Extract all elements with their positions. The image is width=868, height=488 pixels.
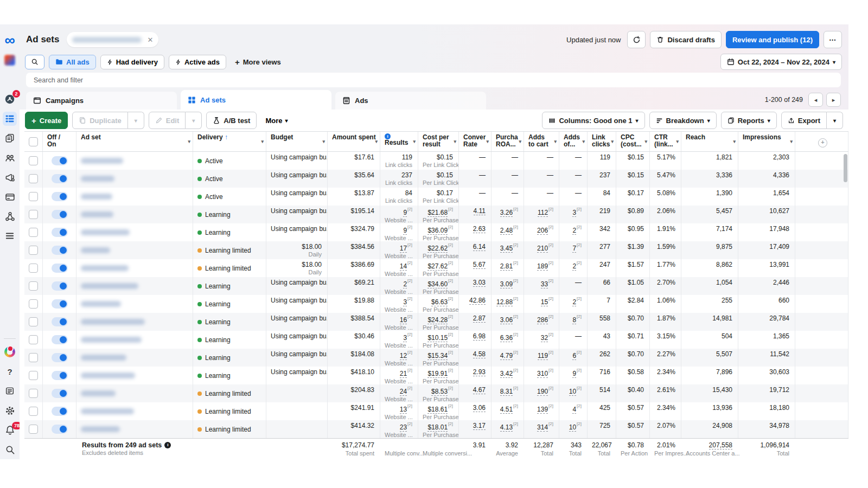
ad-set-name[interactable] [81, 426, 120, 432]
chevron-down-icon[interactable]: ▾ [322, 138, 325, 145]
discard-drafts-button[interactable]: Discard drafts [650, 31, 721, 48]
ad-set-toggle[interactable] [52, 264, 68, 273]
ad-set-name[interactable] [81, 176, 114, 182]
export-dropdown[interactable]: ▾ [827, 112, 843, 129]
review-and-publish-button[interactable]: Review and publish (12) [726, 31, 819, 48]
date-range-picker[interactable]: Oct 22, 2024 – Nov 22, 2024 ▾ [720, 54, 842, 70]
sidebar-item-advertise[interactable] [3, 170, 17, 184]
column-header-adds[interactable]: Addsof...▾ [559, 132, 588, 151]
breakdown-button[interactable]: Breakdown ▾ [649, 112, 717, 129]
ad-set-name[interactable] [81, 301, 121, 307]
column-header-cpc[interactable]: CPC(cost...▾ [616, 132, 650, 151]
chevron-down-icon[interactable]: ▾ [519, 138, 521, 145]
ad-set-toggle[interactable] [52, 210, 68, 219]
column-header-toggle[interactable]: Off /On [43, 132, 76, 151]
row-checkbox[interactable] [29, 407, 38, 416]
chevron-down-icon[interactable]: ▾ [790, 138, 793, 145]
notifications-bell-icon[interactable]: 78 [3, 423, 17, 437]
columns-button[interactable]: Columns: Good one 1 ▾ [542, 112, 644, 129]
prev-page-button[interactable]: ◂ [808, 93, 823, 107]
export-button[interactable]: Export [781, 112, 827, 129]
ad-set-name[interactable] [81, 194, 112, 200]
ad-set-toggle[interactable] [52, 389, 68, 398]
sidebar-item-campaigns[interactable] [3, 112, 17, 126]
chevron-down-icon[interactable]: ▾ [554, 138, 557, 145]
tab-campaigns[interactable]: Campaigns [26, 92, 177, 110]
sidebar-item-audiences[interactable] [3, 151, 17, 165]
row-checkbox[interactable] [29, 389, 38, 398]
ad-set-name[interactable] [81, 355, 126, 361]
ad-set-toggle[interactable] [52, 192, 68, 201]
chevron-down-icon[interactable]: ▾ [676, 138, 679, 145]
ad-set-toggle[interactable] [52, 407, 68, 416]
column-header-impr[interactable]: Impressions▾ [738, 132, 795, 151]
updates-icon[interactable] [3, 384, 17, 398]
row-checkbox[interactable] [29, 192, 38, 201]
chevron-down-icon[interactable]: ▾ [261, 138, 264, 145]
sidebar-item-billing[interactable] [3, 190, 17, 204]
column-header-reach[interactable]: Reach▾ [681, 132, 738, 151]
ad-set-toggle[interactable] [52, 299, 68, 309]
all-tools-icon[interactable] [3, 229, 17, 243]
ad-set-toggle[interactable] [52, 246, 68, 255]
ad-set-name[interactable] [81, 390, 116, 396]
row-checkbox[interactable] [29, 353, 38, 362]
column-header-delivery[interactable]: Delivery ↑▾ [193, 132, 266, 151]
ab-test-button[interactable]: A/B test [206, 112, 257, 129]
ad-set-name[interactable] [81, 408, 134, 414]
next-page-button[interactable]: ▸ [826, 93, 841, 107]
meta-logo-icon[interactable]: ∞ [3, 34, 17, 48]
chevron-down-icon[interactable]: ▾ [733, 138, 736, 145]
row-checkbox[interactable] [29, 264, 38, 273]
tab-ads[interactable]: Ads [335, 92, 486, 110]
chevron-down-icon[interactable]: ▾ [413, 138, 416, 145]
row-checkbox[interactable] [29, 371, 38, 380]
chevron-down-icon[interactable]: ▾ [486, 138, 489, 145]
ad-set-name[interactable] [81, 265, 129, 271]
search-button[interactable] [25, 55, 44, 69]
edit-dropdown[interactable]: ▾ [186, 112, 202, 129]
refresh-button[interactable] [627, 31, 646, 48]
row-checkbox[interactable] [29, 156, 38, 165]
column-header-budget[interactable]: Budget▾ [266, 132, 328, 151]
ad-set-toggle[interactable] [52, 228, 68, 237]
more-views-button[interactable]: + More views [231, 57, 285, 67]
sidebar-search-icon[interactable] [3, 442, 17, 457]
add-column-icon[interactable]: + [818, 138, 827, 147]
column-header-adset[interactable]: Ad set▾ [76, 132, 193, 151]
tab-ad-sets[interactable]: Ad sets [181, 90, 331, 110]
info-icon[interactable]: i [164, 442, 171, 448]
account-overview-icon[interactable]: 2 [3, 92, 17, 106]
ad-set-toggle[interactable] [52, 281, 68, 291]
ad-set-name[interactable] [81, 211, 113, 217]
column-header-roas[interactable]: PurchaROA...▾ [492, 132, 524, 151]
row-checkbox[interactable] [29, 174, 38, 183]
ad-set-name[interactable] [81, 337, 142, 343]
column-header-add[interactable]: + [795, 132, 848, 151]
row-checkbox[interactable] [29, 335, 38, 344]
row-checkbox[interactable] [29, 228, 38, 237]
more-options-button[interactable]: ⋯ [824, 31, 842, 48]
more-button[interactable]: More ▾ [261, 117, 292, 125]
help-icon[interactable]: ? [3, 364, 17, 378]
account-selector[interactable]: ✕ [67, 32, 158, 47]
view-chip-all-ads[interactable]: All ads [49, 55, 96, 69]
duplicate-button[interactable]: Duplicate [72, 112, 128, 129]
reports-button[interactable]: Reports ▾ [721, 112, 777, 129]
chevron-down-icon[interactable]: ▾ [644, 138, 647, 145]
account-avatar[interactable] [3, 53, 17, 67]
column-header-cost[interactable]: Cost perresult▾ [418, 132, 459, 151]
sidebar-item-events-manager[interactable] [3, 209, 17, 223]
row-checkbox[interactable] [29, 299, 38, 309]
view-chip-active-ads[interactable]: Active ads [169, 55, 226, 69]
edit-button[interactable]: Edit [149, 112, 186, 129]
column-header-cart[interactable]: Addsto cart▾ [524, 132, 559, 151]
column-header-spent[interactable]: Amount spent▾ [328, 132, 380, 151]
chevron-down-icon[interactable]: ▾ [454, 138, 456, 145]
column-header-results[interactable]: iResults▾ [380, 132, 418, 151]
search-and-filter-input[interactable]: Search and filter [26, 73, 841, 87]
create-button[interactable]: + Create [25, 112, 68, 129]
ad-set-toggle[interactable] [52, 335, 68, 344]
ad-set-name[interactable] [81, 283, 138, 289]
column-header-clicks[interactable]: Linkclicks▾ [588, 132, 616, 151]
